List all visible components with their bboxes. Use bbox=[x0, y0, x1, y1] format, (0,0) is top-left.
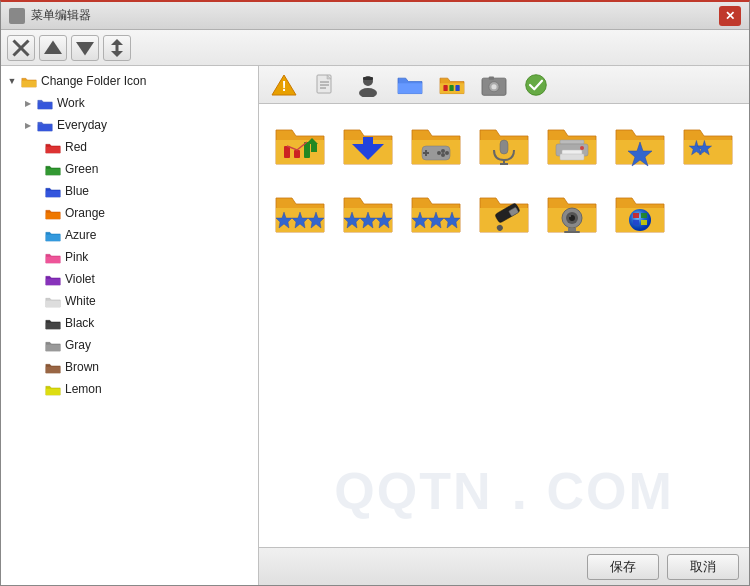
top-toolbar bbox=[1, 30, 749, 66]
pink-label: Pink bbox=[65, 250, 88, 264]
icon-item-12[interactable] bbox=[541, 182, 603, 244]
tree-item-red[interactable]: Red bbox=[1, 136, 258, 158]
down-button[interactable] bbox=[71, 35, 99, 61]
pink-folder-icon bbox=[45, 249, 61, 265]
svg-rect-16 bbox=[363, 77, 373, 80]
app-icon bbox=[9, 8, 25, 24]
sidebar: ▼ Change Folder Icon ▶ bbox=[1, 66, 259, 585]
icon-item-9[interactable] bbox=[337, 182, 399, 244]
tree-item-work[interactable]: ▶ Work bbox=[1, 92, 258, 114]
expand-icon[interactable]: ▼ bbox=[5, 74, 19, 88]
root-folder-icon bbox=[21, 73, 37, 89]
expand-gray-icon bbox=[29, 338, 43, 352]
expand-pink-icon bbox=[29, 250, 43, 264]
svg-rect-23 bbox=[489, 76, 494, 79]
tree-item-black[interactable]: Black bbox=[1, 312, 258, 334]
expand-azure-icon bbox=[29, 228, 43, 242]
icon-item-6[interactable] bbox=[609, 114, 671, 176]
tree-item-blue[interactable]: Blue bbox=[1, 180, 258, 202]
svg-point-24 bbox=[526, 74, 547, 95]
icon-item-10[interactable] bbox=[405, 182, 467, 244]
blue-label: Blue bbox=[65, 184, 89, 198]
svg-rect-31 bbox=[363, 137, 373, 145]
cancel-button[interactable]: 取消 bbox=[667, 554, 739, 580]
gray-folder-icon bbox=[45, 337, 61, 353]
everyday-label: Everyday bbox=[57, 118, 107, 132]
expand-lemon-icon bbox=[29, 382, 43, 396]
icon-item-7[interactable] bbox=[677, 114, 739, 176]
alert-toolbar-btn[interactable]: ! bbox=[265, 70, 303, 100]
svg-rect-72 bbox=[641, 220, 647, 225]
azure-folder-icon bbox=[45, 227, 61, 243]
ok-toolbar-btn[interactable] bbox=[517, 70, 555, 100]
orange-folder-icon bbox=[45, 205, 61, 221]
tree-item-white[interactable]: White bbox=[1, 290, 258, 312]
brown-label: Brown bbox=[65, 360, 99, 374]
brown-folder-icon bbox=[45, 359, 61, 375]
svg-point-22 bbox=[491, 84, 496, 89]
azure-label: Azure bbox=[65, 228, 96, 242]
camera-toolbar-btn[interactable] bbox=[475, 70, 513, 100]
black-folder-icon bbox=[45, 315, 61, 331]
tree-item-azure[interactable]: Azure bbox=[1, 224, 258, 246]
svg-point-65 bbox=[569, 215, 571, 217]
tree-item-everyday[interactable]: ▶ Everyday bbox=[1, 114, 258, 136]
svg-point-68 bbox=[629, 209, 651, 231]
icon-grid: QQTN．COM bbox=[259, 104, 749, 547]
tree-root[interactable]: ▼ Change Folder Icon bbox=[1, 70, 258, 92]
title-bar: 菜单编辑器 ✕ bbox=[1, 2, 749, 30]
orange-label: Orange bbox=[65, 206, 105, 220]
blue-folder-toolbar-btn[interactable] bbox=[391, 70, 429, 100]
blue-folder-icon bbox=[45, 183, 61, 199]
bottom-bar: 保存 取消 bbox=[259, 547, 749, 585]
icon-item-11[interactable] bbox=[473, 182, 535, 244]
move-button[interactable] bbox=[103, 35, 131, 61]
icon-item-5[interactable] bbox=[541, 114, 603, 176]
icon-item-2[interactable] bbox=[337, 114, 399, 176]
watermark: QQTN．COM bbox=[334, 457, 674, 527]
up-button[interactable] bbox=[39, 35, 67, 61]
expand-everyday-icon[interactable]: ▶ bbox=[21, 118, 35, 132]
lemon-folder-icon bbox=[45, 381, 61, 397]
svg-rect-6 bbox=[116, 45, 119, 51]
close-button[interactable]: ✕ bbox=[719, 6, 741, 26]
icon-item-8[interactable] bbox=[269, 182, 331, 244]
lemon-label: Lemon bbox=[65, 382, 102, 396]
expand-brown-icon bbox=[29, 360, 43, 374]
expand-work-icon[interactable]: ▶ bbox=[21, 96, 35, 110]
white-label: White bbox=[65, 294, 96, 308]
expand-red-icon bbox=[29, 140, 43, 154]
svg-rect-29 bbox=[311, 144, 317, 152]
icon-item-1[interactable] bbox=[269, 114, 331, 176]
tree-item-brown[interactable]: Brown bbox=[1, 356, 258, 378]
svg-marker-2 bbox=[44, 40, 62, 54]
svg-point-37 bbox=[441, 153, 445, 157]
black-label: Black bbox=[65, 316, 94, 330]
multi-folder-toolbar-btn[interactable] bbox=[433, 70, 471, 100]
tree-item-lemon[interactable]: Lemon bbox=[1, 378, 258, 400]
tree-item-pink[interactable]: Pink bbox=[1, 246, 258, 268]
expand-violet-icon bbox=[29, 272, 43, 286]
svg-rect-19 bbox=[455, 85, 459, 91]
user-toolbar-btn[interactable] bbox=[349, 70, 387, 100]
tree-item-gray[interactable]: Gray bbox=[1, 334, 258, 356]
icon-item-4[interactable] bbox=[473, 114, 535, 176]
tree-item-violet[interactable]: Violet bbox=[1, 268, 258, 290]
svg-point-46 bbox=[580, 146, 584, 150]
svg-rect-70 bbox=[641, 213, 647, 218]
svg-point-36 bbox=[445, 151, 449, 155]
svg-point-38 bbox=[437, 151, 441, 155]
delete-button[interactable] bbox=[7, 35, 35, 61]
tree-item-green[interactable]: Green bbox=[1, 158, 258, 180]
svg-marker-3 bbox=[76, 42, 94, 56]
icon-item-13[interactable] bbox=[609, 182, 671, 244]
svg-rect-69 bbox=[633, 213, 639, 218]
violet-label: Violet bbox=[65, 272, 95, 286]
svg-point-15 bbox=[359, 88, 377, 97]
tree-item-orange[interactable]: Orange bbox=[1, 202, 258, 224]
document-toolbar-btn[interactable] bbox=[307, 70, 345, 100]
svg-text:!: ! bbox=[282, 78, 287, 94]
icon-item-3[interactable] bbox=[405, 114, 467, 176]
save-button[interactable]: 保存 bbox=[587, 554, 659, 580]
red-folder-icon bbox=[45, 139, 61, 155]
